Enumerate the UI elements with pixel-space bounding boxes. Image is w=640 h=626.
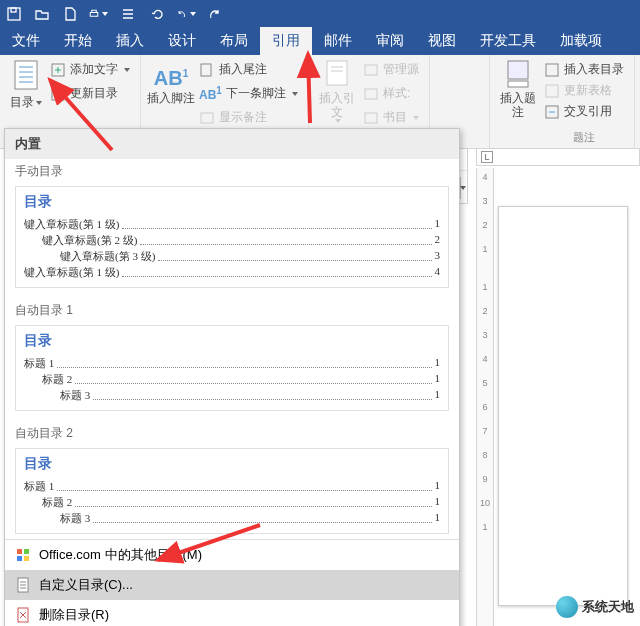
tab-mail[interactable]: 邮件 (312, 27, 364, 55)
remove-toc[interactable]: 删除目录(R) (5, 600, 459, 626)
undo-icon[interactable] (176, 4, 196, 24)
svg-rect-15 (508, 81, 528, 87)
dropdown-header: 内置 (5, 129, 459, 159)
toc-line: 标题 31 (24, 511, 440, 526)
svg-rect-22 (24, 556, 29, 561)
svg-rect-14 (508, 61, 528, 79)
section-manual: 手动目录 (5, 159, 459, 184)
ribbon-tabs: 文件 开始 插入 设计 布局 引用 邮件 审阅 视图 开发工具 加载项 (0, 27, 640, 55)
svg-rect-16 (546, 64, 558, 76)
tab-selector[interactable]: L (481, 151, 493, 163)
tab-addins[interactable]: 加载项 (548, 27, 614, 55)
next-footnote-button[interactable]: AB1下一条脚注 (195, 83, 302, 104)
tab-developer[interactable]: 开发工具 (468, 27, 548, 55)
dropdown-body: 手动目录 目录 键入章标题(第 1 级)1键入章标题(第 2 级)2键入章标题(… (5, 159, 459, 539)
manage-sources-button: 管理源 (359, 59, 423, 80)
horizontal-ruler[interactable]: L (476, 148, 640, 166)
citation-style-button: 样式: (359, 83, 423, 104)
open-icon[interactable] (32, 4, 52, 24)
svg-rect-20 (24, 549, 29, 554)
svg-rect-21 (17, 556, 22, 561)
svg-rect-8 (201, 64, 211, 76)
tab-home[interactable]: 开始 (52, 27, 104, 55)
toc-line: 标题 21 (24, 372, 440, 387)
caption-group-label: 题注 (540, 130, 628, 145)
group-captions: 插入题注 插入表目录 更新表格 交叉引用 题注 (490, 55, 635, 149)
tab-file[interactable]: 文件 (0, 27, 52, 55)
more-office-toc[interactable]: Office.com 中的其他目录(M) (5, 540, 459, 570)
toc-line: 标题 21 (24, 495, 440, 510)
refresh-icon[interactable] (148, 4, 168, 24)
preview-title: 目录 (24, 332, 440, 350)
office-icon (15, 547, 31, 563)
toc-line: 键入章标题(第 1 级)4 (24, 265, 440, 280)
svg-text:!: ! (54, 89, 57, 100)
dropdown-footer: Office.com 中的其他目录(M) 自定义目录(C)... 删除目录(R)… (5, 539, 459, 626)
insert-tof-button[interactable]: 插入表目录 (540, 59, 628, 80)
tab-references[interactable]: 引用 (260, 27, 312, 55)
quick-access-toolbar (0, 0, 640, 27)
tab-review[interactable]: 审阅 (364, 27, 416, 55)
toc-line: 键入章标题(第 2 级)2 (24, 233, 440, 248)
svg-rect-9 (201, 113, 213, 123)
insert-endnote-button[interactable]: 插入尾注 (195, 59, 302, 80)
svg-rect-2 (90, 12, 98, 16)
tab-layout[interactable]: 布局 (208, 27, 260, 55)
print-icon[interactable] (88, 4, 108, 24)
remove-icon (15, 607, 31, 623)
vertical-ruler[interactable]: 4321123456789101 (476, 168, 494, 626)
svg-rect-1 (11, 8, 16, 12)
tab-insert[interactable]: 插入 (104, 27, 156, 55)
bibliography-button: 书目 (359, 107, 423, 128)
svg-rect-19 (17, 549, 22, 554)
show-notes-button: 显示备注 (195, 107, 302, 128)
toc-line: 标题 31 (24, 388, 440, 403)
preview-auto2[interactable]: 目录 标题 11标题 21标题 31 (15, 448, 449, 534)
tab-design[interactable]: 设计 (156, 27, 208, 55)
svg-rect-13 (365, 113, 377, 123)
globe-icon (556, 596, 578, 618)
svg-rect-0 (8, 8, 20, 20)
preview-auto1[interactable]: 目录 标题 11标题 21标题 31 (15, 325, 449, 411)
redo-icon[interactable] (204, 4, 224, 24)
paragraph-icon[interactable] (116, 4, 140, 24)
cross-reference-button[interactable]: 交叉引用 (540, 101, 628, 122)
toc-line: 标题 11 (24, 356, 440, 371)
watermark-text: 系统天地 (582, 598, 634, 616)
toc-line: 键入章标题(第 3 级)3 (24, 249, 440, 264)
document-icon (15, 577, 31, 593)
section-auto1: 自动目录 1 (5, 298, 459, 323)
svg-rect-3 (92, 10, 97, 12)
custom-toc[interactable]: 自定义目录(C)... (5, 570, 459, 600)
tab-view[interactable]: 视图 (416, 27, 468, 55)
svg-rect-11 (365, 65, 377, 75)
update-toc-button[interactable]: !更新目录 (46, 83, 134, 104)
preview-title: 目录 (24, 455, 440, 473)
svg-rect-10 (327, 61, 347, 85)
document-page[interactable] (498, 206, 628, 606)
toc-label: 目录 (10, 95, 34, 109)
update-tof-button: 更新表格 (540, 80, 628, 101)
section-auto2: 自动目录 2 (5, 421, 459, 446)
preview-title: 目录 (24, 193, 440, 211)
svg-rect-4 (15, 61, 37, 89)
toc-line: 键入章标题(第 1 级)1 (24, 217, 440, 232)
preview-manual[interactable]: 目录 键入章标题(第 1 级)1键入章标题(第 2 级)2键入章标题(第 3 级… (15, 186, 449, 288)
add-text-button[interactable]: 添加文字 (46, 59, 134, 80)
save-icon[interactable] (4, 4, 24, 24)
watermark: 系统天地 (556, 596, 634, 618)
svg-rect-12 (365, 89, 377, 99)
insert-caption-button[interactable]: 插入题注 (496, 57, 540, 149)
new-icon[interactable] (60, 4, 80, 24)
svg-rect-17 (546, 85, 558, 97)
toc-gallery-dropdown: 内置 手动目录 目录 键入章标题(第 1 级)1键入章标题(第 2 级)2键入章… (4, 128, 460, 626)
toc-line: 标题 11 (24, 479, 440, 494)
